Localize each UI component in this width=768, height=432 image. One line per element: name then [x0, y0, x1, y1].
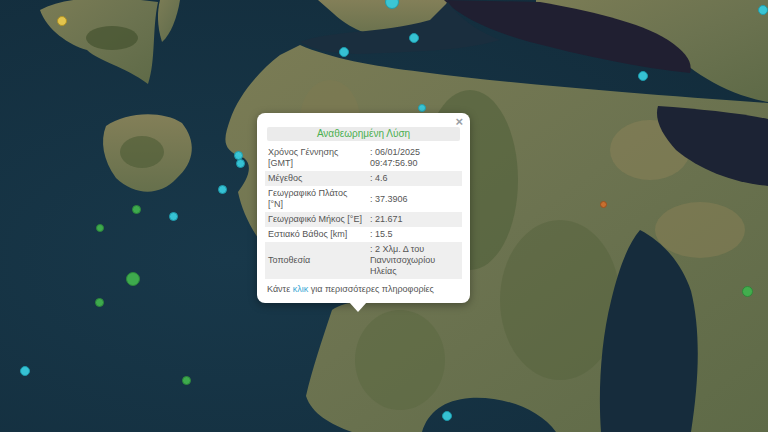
row-value: 21.671	[367, 212, 462, 227]
table-row: Τοποθεσία 2 Χλμ. Δ του Γιαννιτσοχωρίου Η…	[265, 242, 462, 279]
row-label: Χρόνος Γέννησης [GMT]	[265, 145, 367, 171]
earthquake-marker-cyan[interactable]	[409, 33, 419, 43]
earthquake-details-table: Χρόνος Γέννησης [GMT] 06/01/2025 09:47:5…	[265, 145, 462, 279]
earthquake-marker-cyan[interactable]	[638, 71, 648, 81]
table-row: Εστιακό Βάθος [km] 15.5	[265, 227, 462, 242]
earthquake-marker-cyan[interactable]	[418, 104, 426, 112]
table-row: Μέγεθος 4.6	[265, 171, 462, 186]
earthquake-marker-green[interactable]	[132, 205, 141, 214]
row-value: 4.6	[367, 171, 462, 186]
earthquake-marker-cyan[interactable]	[236, 159, 245, 168]
popup-footer: Κάντε κλικ για περισσότερες πληροφορίες	[267, 284, 460, 295]
row-value: 37.3906	[367, 186, 462, 212]
earthquake-marker-cyan[interactable]	[169, 212, 178, 221]
earthquake-marker-green[interactable]	[96, 224, 104, 232]
earthquake-marker-green[interactable]	[742, 286, 753, 297]
earthquake-marker-cyan[interactable]	[442, 411, 452, 421]
table-row: Γεωγραφικό Μήκος [°E] 21.671	[265, 212, 462, 227]
earthquake-marker-green[interactable]	[182, 376, 191, 385]
row-label: Εστιακό Βάθος [km]	[265, 227, 367, 242]
row-label: Μέγεθος	[265, 171, 367, 186]
earthquake-marker-cyan[interactable]	[385, 0, 399, 9]
row-label: Τοποθεσία	[265, 242, 367, 279]
earthquake-marker-cyan[interactable]	[339, 47, 349, 57]
row-value: 2 Χλμ. Δ του Γιαννιτσοχωρίου Ηλείας	[367, 242, 462, 279]
footer-text: για περισσότερες πληροφορίες	[308, 284, 434, 294]
row-value: 15.5	[367, 227, 462, 242]
table-row: Χρόνος Γέννησης [GMT] 06/01/2025 09:47:5…	[265, 145, 462, 171]
earthquake-marker-cyan[interactable]	[218, 185, 227, 194]
earthquake-marker-yellow[interactable]	[57, 16, 67, 26]
earthquake-popup: × Αναθεωρημένη Λύση Χρόνος Γέννησης [GMT…	[257, 113, 470, 303]
popup-title: Αναθεωρημένη Λύση	[267, 127, 460, 141]
earthquake-marker-cyan[interactable]	[758, 5, 768, 15]
earthquake-marker-cyan[interactable]	[20, 366, 30, 376]
earthquake-marker-green[interactable]	[126, 272, 140, 286]
close-icon[interactable]: ×	[455, 115, 463, 128]
footer-text: Κάντε	[267, 284, 293, 294]
earthquake-marker-green[interactable]	[95, 298, 104, 307]
earthquake-marker-orange[interactable]	[600, 201, 607, 208]
row-label: Γεωγραφικό Πλάτος [°N]	[265, 186, 367, 212]
popup-tail	[349, 302, 367, 312]
table-row: Γεωγραφικό Πλάτος [°N] 37.3906	[265, 186, 462, 212]
row-value: 06/01/2025 09:47:56.90	[367, 145, 462, 171]
map-application: × Αναθεωρημένη Λύση Χρόνος Γέννησης [GMT…	[0, 0, 768, 432]
more-info-link[interactable]: κλικ	[293, 284, 309, 294]
row-label: Γεωγραφικό Μήκος [°E]	[265, 212, 367, 227]
